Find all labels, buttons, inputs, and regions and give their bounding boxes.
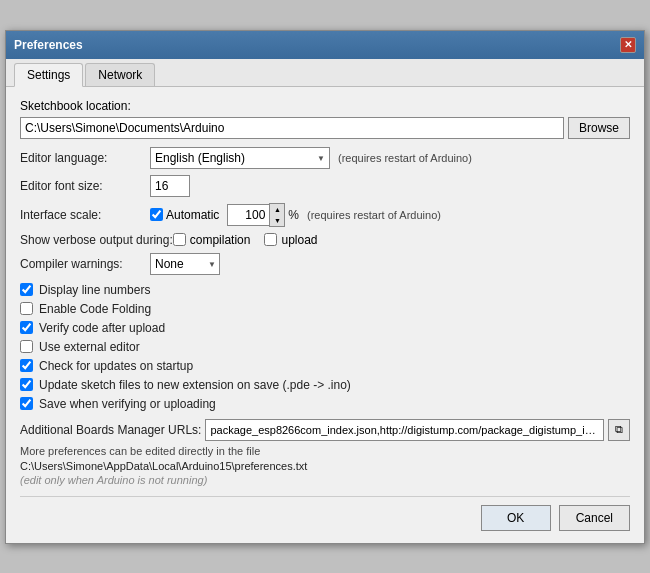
display-line-numbers-checkbox[interactable]	[20, 283, 33, 296]
checkbox-enable-code-folding: Enable Code Folding	[20, 302, 630, 316]
compiler-warnings-row: Compiler warnings: None Default More All	[20, 253, 630, 275]
settings-content: Sketchbook location: Browse Editor langu…	[6, 87, 644, 543]
prefs-path: C:\Users\Simone\AppData\Local\Arduino15\…	[20, 460, 630, 472]
button-row: OK Cancel	[20, 496, 630, 531]
verbose-output-label: Show verbose output during:	[20, 233, 173, 247]
browse-button[interactable]: Browse	[568, 117, 630, 139]
tab-settings[interactable]: Settings	[14, 63, 83, 87]
auto-scale-label[interactable]: Automatic	[166, 208, 219, 222]
verbose-upload-checkbox[interactable]	[264, 233, 277, 246]
verbose-compilation-checkbox[interactable]	[173, 233, 186, 246]
pct-label: %	[288, 208, 299, 222]
checkbox-external-editor: Use external editor	[20, 340, 630, 354]
editor-language-select[interactable]: English (English) System Default	[150, 147, 330, 169]
enable-code-folding-checkbox[interactable]	[20, 302, 33, 315]
sketchbook-label: Sketchbook location:	[20, 99, 630, 113]
interface-scale-hint: (requires restart of Arduino)	[307, 209, 441, 221]
interface-scale-label: Interface scale:	[20, 208, 150, 222]
verbose-compilation-group: compilation	[173, 233, 251, 247]
spinner-buttons: ▲ ▼	[269, 203, 285, 227]
ok-button[interactable]: OK	[481, 505, 551, 531]
checkbox-verify-code: Verify code after upload	[20, 321, 630, 335]
window-title: Preferences	[14, 38, 83, 52]
scale-spinner-group: ▲ ▼	[227, 203, 285, 227]
more-prefs-info: More preferences can be edited directly …	[20, 445, 630, 457]
auto-scale-checkbox[interactable]	[150, 208, 163, 221]
check-updates-checkbox[interactable]	[20, 359, 33, 372]
tab-bar: Settings Network	[6, 59, 644, 87]
editor-language-label: Editor language:	[20, 151, 150, 165]
checkbox-save-when-verifying: Save when verifying or uploading	[20, 397, 630, 411]
verbose-compilation-label[interactable]: compilation	[190, 233, 251, 247]
spinner-down-button[interactable]: ▼	[270, 215, 284, 226]
checkboxes-section: Display line numbers Enable Code Folding…	[20, 283, 630, 411]
edit-hint: (edit only when Arduino is not running)	[20, 474, 630, 486]
update-sketch-checkbox[interactable]	[20, 378, 33, 391]
additional-urls-label: Additional Boards Manager URLs:	[20, 423, 201, 437]
verbose-upload-group: upload	[264, 233, 317, 247]
close-button[interactable]: ✕	[620, 37, 636, 53]
checkbox-update-sketch: Update sketch files to new extension on …	[20, 378, 630, 392]
editor-language-hint: (requires restart of Arduino)	[338, 152, 472, 164]
save-when-verifying-label[interactable]: Save when verifying or uploading	[39, 397, 216, 411]
display-line-numbers-label[interactable]: Display line numbers	[39, 283, 150, 297]
checkbox-display-line-numbers: Display line numbers	[20, 283, 630, 297]
interface-scale-row: Interface scale: Automatic ▲ ▼ % (requir…	[20, 203, 630, 227]
enable-code-folding-label[interactable]: Enable Code Folding	[39, 302, 151, 316]
save-when-verifying-checkbox[interactable]	[20, 397, 33, 410]
additional-urls-input[interactable]	[205, 419, 604, 441]
spinner-up-button[interactable]: ▲	[270, 204, 284, 215]
cancel-button[interactable]: Cancel	[559, 505, 630, 531]
verbose-upload-label[interactable]: upload	[281, 233, 317, 247]
editor-language-row: Editor language: English (English) Syste…	[20, 147, 630, 169]
external-editor-label[interactable]: Use external editor	[39, 340, 140, 354]
editor-language-select-wrapper: English (English) System Default	[150, 147, 330, 169]
title-bar: Preferences ✕	[6, 31, 644, 59]
additional-urls-section: Additional Boards Manager URLs: ⧉	[20, 419, 630, 441]
more-prefs-section: More preferences can be edited directly …	[20, 445, 630, 486]
sketchbook-input[interactable]	[20, 117, 564, 139]
verbose-group: compilation upload	[173, 233, 318, 247]
compiler-warnings-select[interactable]: None Default More All	[150, 253, 220, 275]
additional-urls-row: Additional Boards Manager URLs: ⧉	[20, 419, 630, 441]
check-updates-label[interactable]: Check for updates on startup	[39, 359, 193, 373]
external-editor-checkbox[interactable]	[20, 340, 33, 353]
compiler-warnings-select-wrapper: None Default More All	[150, 253, 220, 275]
copy-urls-button[interactable]: ⧉	[608, 419, 630, 441]
editor-font-size-input[interactable]	[150, 175, 190, 197]
verify-code-label[interactable]: Verify code after upload	[39, 321, 165, 335]
editor-font-size-row: Editor font size:	[20, 175, 630, 197]
verbose-output-row: Show verbose output during: compilation …	[20, 233, 630, 247]
compiler-warnings-label: Compiler warnings:	[20, 257, 150, 271]
editor-font-size-label: Editor font size:	[20, 179, 150, 193]
checkbox-check-updates: Check for updates on startup	[20, 359, 630, 373]
preferences-window: Preferences ✕ Settings Network Sketchboo…	[5, 30, 645, 544]
sketchbook-row: Browse	[20, 117, 630, 139]
scale-value-input[interactable]	[227, 204, 269, 226]
verify-code-checkbox[interactable]	[20, 321, 33, 334]
update-sketch-label[interactable]: Update sketch files to new extension on …	[39, 378, 351, 392]
tab-network[interactable]: Network	[85, 63, 155, 86]
